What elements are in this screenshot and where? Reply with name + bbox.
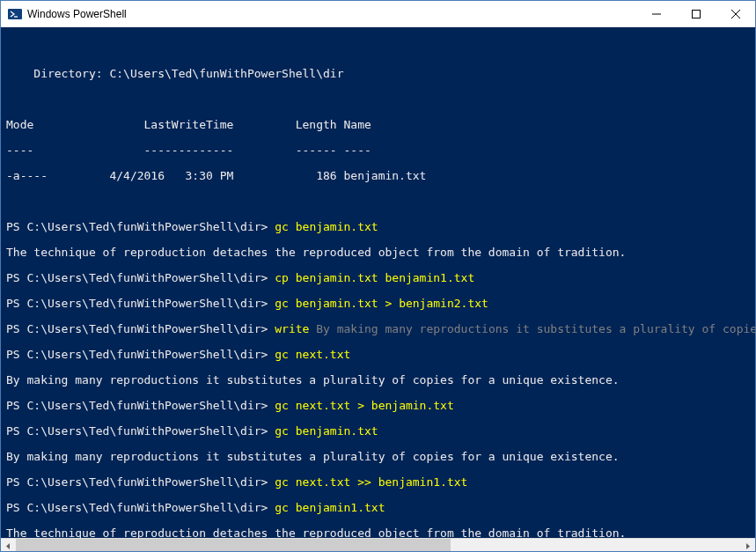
prompt: PS C:\Users\Ted\funWithPowerShell\dir>	[6, 399, 275, 412]
prompt: PS C:\Users\Ted\funWithPowerShell\dir>	[6, 220, 275, 233]
command: gc next.txt > benjamin.txt	[275, 399, 454, 412]
command: cp benjamin.txt benjamin1.txt	[275, 271, 474, 284]
prompt: PS C:\Users\Ted\funWithPowerShell\dir>	[6, 475, 275, 489]
horizontal-scrollbar[interactable]	[1, 538, 755, 552]
command: gc benjamin.txt > benjamin2.txt	[275, 297, 488, 310]
prompt-line: PS C:\Users\Ted\funWithPowerShell\dir> g…	[6, 298, 750, 311]
powershell-icon	[8, 7, 22, 21]
directory-header: Directory: C:\Users\Ted\funWithPowerShel…	[6, 68, 750, 81]
window-titlebar: Windows PowerShell	[1, 1, 755, 27]
maximize-button[interactable]	[676, 1, 716, 26]
command-tail: By making many reproductions it substitu…	[316, 322, 755, 335]
command: gc benjamin.txt	[275, 424, 378, 438]
scroll-left-button[interactable]	[1, 539, 16, 553]
command: gc next.txt	[275, 348, 350, 361]
prompt-line: PS C:\Users\Ted\funWithPowerShell\dir> g…	[6, 502, 750, 515]
prompt: PS C:\Users\Ted\funWithPowerShell\dir>	[6, 297, 275, 310]
prompt-line: PS C:\Users\Ted\funWithPowerShell\dir> g…	[6, 425, 750, 438]
file-row: -a---- 4/4/2016 3:30 PM 186 benjamin.txt	[6, 170, 750, 183]
prompt-line: PS C:\Users\Ted\funWithPowerShell\dir> g…	[6, 349, 750, 362]
close-button[interactable]	[716, 1, 755, 26]
command: gc next.txt >> benjamin1.txt	[275, 475, 467, 489]
command: write	[275, 322, 316, 335]
scrollbar-thumb[interactable]	[16, 539, 451, 553]
prompt: PS C:\Users\Ted\funWithPowerShell\dir>	[6, 322, 275, 335]
window-title: Windows PowerShell	[27, 8, 636, 20]
column-divider: ---- ------------- ------ ----	[6, 144, 750, 158]
prompt-line: PS C:\Users\Ted\funWithPowerShell\dir> c…	[6, 272, 750, 285]
window-controls	[636, 1, 755, 26]
prompt-line: PS C:\Users\Ted\funWithPowerShell\dir> g…	[6, 400, 750, 413]
console-output[interactable]: Directory: C:\Users\Ted\funWithPowerShel…	[1, 27, 755, 538]
prompt: PS C:\Users\Ted\funWithPowerShell\dir>	[6, 348, 275, 361]
command: gc benjamin.txt	[275, 220, 378, 233]
minimize-button[interactable]	[636, 1, 676, 26]
command: gc benjamin1.txt	[275, 501, 385, 514]
prompt: PS C:\Users\Ted\funWithPowerShell\dir>	[6, 271, 275, 284]
prompt-line: PS C:\Users\Ted\funWithPowerShell\dir> g…	[6, 221, 750, 234]
svg-rect-3	[692, 10, 700, 18]
prompt-line: PS C:\Users\Ted\funWithPowerShell\dir> g…	[6, 476, 750, 489]
output-line: The technique of reproduction detaches t…	[6, 247, 750, 260]
output-line: By making many reproductions it substitu…	[6, 374, 750, 387]
prompt: PS C:\Users\Ted\funWithPowerShell\dir>	[6, 424, 275, 438]
column-header: Mode LastWriteTime Length Name	[6, 119, 750, 132]
scroll-right-button[interactable]	[740, 539, 755, 553]
output-line: The technique of reproduction detaches t…	[6, 527, 750, 539]
prompt-line: PS C:\Users\Ted\funWithPowerShell\dir> w…	[6, 323, 750, 336]
scrollbar-track[interactable]	[16, 539, 740, 553]
prompt: PS C:\Users\Ted\funWithPowerShell\dir>	[6, 501, 275, 514]
output-line: By making many reproductions it substitu…	[6, 451, 750, 464]
